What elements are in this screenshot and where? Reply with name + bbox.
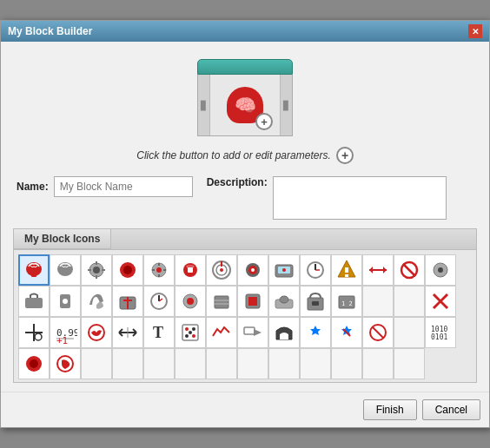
icon-cell-14[interactable] — [18, 286, 50, 317]
svg-point-42 — [438, 267, 443, 273]
svg-point-29 — [282, 268, 286, 272]
right-connector: ▊ — [280, 75, 292, 135]
icon-cell-13[interactable] — [425, 254, 456, 286]
svg-rect-19 — [187, 266, 194, 267]
icon-cell-9[interactable] — [300, 254, 331, 286]
icon-cell-37[interactable] — [300, 317, 331, 348]
icon-cell-52[interactable] — [331, 348, 362, 379]
name-label: Name: — [17, 181, 49, 193]
icon-cell-19[interactable] — [175, 286, 206, 317]
svg-point-95 — [30, 359, 38, 368]
svg-rect-43 — [25, 298, 43, 308]
svg-text:1 2 3: 1 2 3 — [341, 300, 359, 307]
block-body: ▊ 🧠 + ▊ — [197, 75, 293, 136]
icon-cell-48[interactable] — [206, 348, 237, 379]
main-content: ▊ 🧠 + ▊ Click the button to add or edit … — [1, 42, 489, 392]
svg-line-91 — [373, 327, 383, 338]
block-add-button[interactable]: + — [255, 113, 273, 130]
svg-point-45 — [63, 299, 68, 304]
icon-cell-46[interactable] — [143, 348, 175, 379]
icon-cell-32[interactable]: T — [143, 317, 175, 348]
icon-cell-50[interactable] — [268, 348, 300, 379]
svg-rect-87 — [244, 327, 255, 334]
add-params-button[interactable]: + — [336, 147, 354, 164]
icon-cell-27[interactable] — [425, 286, 456, 317]
icon-cell-5[interactable] — [175, 254, 206, 286]
icon-cell-7[interactable] — [237, 254, 268, 286]
icon-cell-39[interactable] — [362, 317, 394, 348]
finish-button[interactable]: Finish — [363, 399, 417, 420]
icon-cell-1[interactable] — [50, 254, 81, 286]
icon-cell-10[interactable] — [331, 254, 362, 286]
svg-point-23 — [220, 268, 223, 272]
icon-cell-2[interactable] — [81, 254, 112, 286]
icon-cell-12[interactable] — [394, 254, 425, 286]
icon-cell-28[interactable] — [18, 317, 50, 348]
icon-cell-35[interactable] — [237, 317, 268, 348]
icon-cell-29[interactable]: 0.99+1 — [50, 317, 81, 348]
my-block-builder-window: My Block Builder ✕ ▊ 🧠 + ▊ — [0, 20, 490, 428]
icon-cell-15[interactable] — [50, 286, 81, 317]
svg-rect-54 — [215, 296, 228, 308]
form-row: Name: Description: — [10, 173, 480, 228]
icon-cell-43[interactable] — [50, 348, 81, 379]
instructions: Click the button to add or edit paramete… — [10, 142, 480, 173]
svg-marker-37 — [383, 267, 387, 273]
svg-rect-58 — [248, 297, 257, 306]
icon-cell-40[interactable] — [394, 317, 425, 348]
icon-cell-45[interactable] — [112, 348, 143, 379]
icon-cell-3[interactable] — [112, 254, 143, 286]
svg-point-86 — [189, 331, 192, 334]
icon-cell-54[interactable] — [394, 348, 425, 379]
name-input[interactable] — [54, 176, 193, 197]
icon-cell-22[interactable] — [268, 286, 300, 317]
icon-cell-21[interactable] — [237, 286, 268, 317]
desc-textarea[interactable] — [273, 176, 447, 220]
icon-cell-30[interactable] — [81, 317, 112, 348]
icons-tab-bar: My Block Icons — [14, 229, 476, 250]
icon-cell-0[interactable] — [18, 254, 50, 286]
icon-cell-41[interactable]: 10100101 — [425, 317, 456, 348]
svg-point-10 — [123, 266, 132, 274]
icon-cell-25[interactable] — [362, 286, 394, 317]
block-center: 🧠 + — [210, 75, 280, 135]
icon-cell-44[interactable] — [81, 348, 112, 379]
svg-point-82 — [185, 327, 189, 331]
icon-cell-49[interactable] — [237, 348, 268, 379]
icon-cell-34[interactable] — [206, 317, 237, 348]
icon-cell-33[interactable] — [175, 317, 206, 348]
icon-cell-26[interactable] — [394, 286, 425, 317]
icon-cell-31[interactable] — [112, 317, 143, 348]
close-button[interactable]: ✕ — [468, 24, 482, 38]
icon-cell-11[interactable] — [362, 254, 394, 286]
icon-cell-51[interactable] — [300, 348, 331, 379]
svg-text:T: T — [153, 324, 163, 341]
svg-line-40 — [403, 264, 415, 276]
icon-cell-38[interactable] — [331, 317, 362, 348]
icon-cell-47[interactable] — [175, 348, 206, 379]
icons-section: My Block Icons 1 2 30.99+1T10100101 — [13, 228, 477, 383]
instructions-text: Click the button to add or edit paramete… — [136, 149, 330, 161]
svg-point-4 — [93, 267, 100, 273]
cancel-button[interactable]: Cancel — [422, 399, 480, 420]
title-bar: My Block Builder ✕ — [1, 21, 489, 42]
icon-cell-4[interactable] — [143, 254, 175, 286]
icon-cell-6[interactable] — [206, 254, 237, 286]
desc-label: Description: — [207, 176, 268, 188]
icon-cell-17[interactable] — [112, 286, 143, 317]
icon-cell-8[interactable] — [268, 254, 300, 286]
svg-text:0101: 0101 — [431, 333, 447, 341]
icon-cell-18[interactable] — [143, 286, 175, 317]
svg-text:1010: 1010 — [431, 326, 447, 333]
svg-point-69 — [35, 333, 42, 340]
icon-cell-53[interactable] — [362, 348, 394, 379]
name-group: Name: — [17, 176, 193, 197]
icon-cell-36[interactable] — [268, 317, 300, 348]
icon-cell-20[interactable] — [206, 286, 237, 317]
icon-cell-16[interactable] — [81, 286, 112, 317]
my-block-icons-tab[interactable]: My Block Icons — [14, 229, 111, 249]
icon-cell-24[interactable]: 1 2 3 — [331, 286, 362, 317]
icon-cell-23[interactable] — [300, 286, 331, 317]
block-preview: ▊ 🧠 + ▊ — [10, 50, 480, 142]
icon-cell-42[interactable] — [18, 348, 50, 379]
